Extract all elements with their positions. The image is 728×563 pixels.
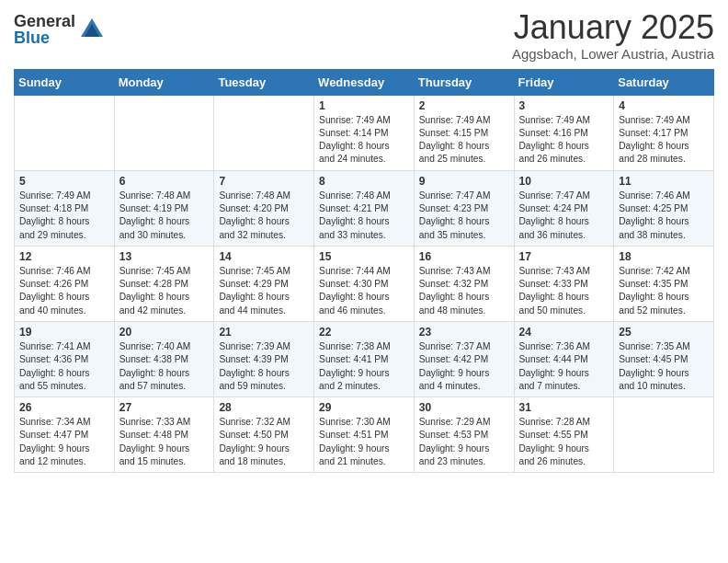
- day-info: Sunrise: 7:28 AM Sunset: 4:55 PM Dayligh…: [519, 416, 609, 468]
- logo: General Blue: [14, 13, 105, 46]
- day-info: Sunrise: 7:48 AM Sunset: 4:20 PM Dayligh…: [219, 190, 309, 242]
- table-row: 15Sunrise: 7:44 AM Sunset: 4:30 PM Dayli…: [314, 246, 415, 321]
- day-info: Sunrise: 7:47 AM Sunset: 4:24 PM Dayligh…: [519, 190, 609, 242]
- table-row: 12Sunrise: 7:46 AM Sunset: 4:26 PM Dayli…: [15, 246, 115, 321]
- table-row: 21Sunrise: 7:39 AM Sunset: 4:39 PM Dayli…: [214, 321, 314, 396]
- logo-text: General Blue: [14, 13, 75, 46]
- table-row: 8Sunrise: 7:48 AM Sunset: 4:21 PM Daylig…: [314, 170, 415, 246]
- header: General Blue January 2025 Aggsbach, Lowe…: [14, 9, 714, 62]
- day-info: Sunrise: 7:36 AM Sunset: 4:44 PM Dayligh…: [519, 340, 609, 393]
- calendar-table: Sunday Monday Tuesday Wednesday Thursday…: [14, 69, 714, 474]
- day-info: Sunrise: 7:49 AM Sunset: 4:14 PM Dayligh…: [319, 114, 409, 167]
- day-number: 28: [219, 401, 309, 414]
- day-info: Sunrise: 7:35 AM Sunset: 4:45 PM Dayligh…: [619, 340, 709, 393]
- day-info: Sunrise: 7:29 AM Sunset: 4:53 PM Dayligh…: [419, 416, 509, 468]
- day-number: 13: [119, 250, 210, 263]
- calendar-week-row: 12Sunrise: 7:46 AM Sunset: 4:26 PM Dayli…: [15, 246, 714, 321]
- day-info: Sunrise: 7:45 AM Sunset: 4:28 PM Dayligh…: [119, 265, 210, 317]
- day-info: Sunrise: 7:49 AM Sunset: 4:18 PM Dayligh…: [19, 190, 109, 242]
- day-number: 9: [419, 175, 509, 188]
- day-number: 17: [519, 250, 609, 263]
- day-number: 23: [419, 326, 509, 339]
- table-row: 9Sunrise: 7:47 AM Sunset: 4:23 PM Daylig…: [414, 170, 514, 246]
- day-info: Sunrise: 7:37 AM Sunset: 4:42 PM Dayligh…: [419, 340, 509, 393]
- day-number: 4: [619, 99, 709, 112]
- table-row: [114, 95, 214, 170]
- calendar-week-row: 26Sunrise: 7:34 AM Sunset: 4:47 PM Dayli…: [15, 397, 714, 473]
- day-number: 20: [119, 326, 210, 339]
- table-row: 6Sunrise: 7:48 AM Sunset: 4:19 PM Daylig…: [114, 170, 214, 246]
- day-info: Sunrise: 7:43 AM Sunset: 4:32 PM Dayligh…: [419, 265, 509, 317]
- day-info: Sunrise: 7:47 AM Sunset: 4:23 PM Dayligh…: [419, 190, 509, 242]
- table-row: 5Sunrise: 7:49 AM Sunset: 4:18 PM Daylig…: [15, 170, 115, 246]
- logo-icon: [79, 17, 105, 42]
- day-info: Sunrise: 7:44 AM Sunset: 4:30 PM Dayligh…: [319, 265, 409, 317]
- table-row: 30Sunrise: 7:29 AM Sunset: 4:53 PM Dayli…: [414, 397, 514, 473]
- header-sunday: Sunday: [15, 69, 115, 95]
- header-saturday: Saturday: [614, 69, 714, 95]
- header-friday: Friday: [514, 69, 614, 95]
- day-info: Sunrise: 7:49 AM Sunset: 4:16 PM Dayligh…: [519, 114, 609, 167]
- day-info: Sunrise: 7:46 AM Sunset: 4:25 PM Dayligh…: [619, 190, 709, 242]
- table-row: 18Sunrise: 7:42 AM Sunset: 4:35 PM Dayli…: [614, 246, 714, 321]
- day-number: 26: [19, 401, 109, 414]
- calendar-week-row: 5Sunrise: 7:49 AM Sunset: 4:18 PM Daylig…: [15, 170, 714, 246]
- calendar-week-row: 19Sunrise: 7:41 AM Sunset: 4:36 PM Dayli…: [15, 321, 714, 396]
- day-info: Sunrise: 7:39 AM Sunset: 4:39 PM Dayligh…: [219, 340, 309, 393]
- day-number: 31: [519, 401, 609, 414]
- day-number: 22: [319, 326, 409, 339]
- table-row: 28Sunrise: 7:32 AM Sunset: 4:50 PM Dayli…: [214, 397, 314, 473]
- day-info: Sunrise: 7:42 AM Sunset: 4:35 PM Dayligh…: [619, 265, 709, 317]
- header-thursday: Thursday: [414, 69, 514, 95]
- day-info: Sunrise: 7:48 AM Sunset: 4:21 PM Dayligh…: [319, 190, 409, 242]
- table-row: [614, 397, 714, 473]
- day-number: 14: [219, 250, 309, 263]
- table-row: 24Sunrise: 7:36 AM Sunset: 4:44 PM Dayli…: [514, 321, 614, 396]
- table-row: 4Sunrise: 7:49 AM Sunset: 4:17 PM Daylig…: [614, 95, 714, 170]
- table-row: 2Sunrise: 7:49 AM Sunset: 4:15 PM Daylig…: [414, 95, 514, 170]
- day-info: Sunrise: 7:48 AM Sunset: 4:19 PM Dayligh…: [119, 190, 210, 242]
- header-monday: Monday: [114, 69, 214, 95]
- day-info: Sunrise: 7:33 AM Sunset: 4:48 PM Dayligh…: [119, 416, 210, 468]
- day-number: 7: [219, 175, 309, 188]
- title-block: January 2025 Aggsbach, Lower Austria, Au…: [512, 9, 714, 62]
- table-row: 11Sunrise: 7:46 AM Sunset: 4:25 PM Dayli…: [614, 170, 714, 246]
- table-row: 19Sunrise: 7:41 AM Sunset: 4:36 PM Dayli…: [15, 321, 115, 396]
- table-row: 31Sunrise: 7:28 AM Sunset: 4:55 PM Dayli…: [514, 397, 614, 473]
- day-info: Sunrise: 7:30 AM Sunset: 4:51 PM Dayligh…: [319, 416, 409, 468]
- day-info: Sunrise: 7:38 AM Sunset: 4:41 PM Dayligh…: [319, 340, 409, 393]
- day-number: 6: [119, 175, 210, 188]
- day-number: 21: [219, 326, 309, 339]
- day-number: 27: [119, 401, 210, 414]
- day-number: 19: [19, 326, 109, 339]
- page-container: General Blue January 2025 Aggsbach, Lowe…: [0, 0, 728, 487]
- table-row: 22Sunrise: 7:38 AM Sunset: 4:41 PM Dayli…: [314, 321, 415, 396]
- weekday-header-row: Sunday Monday Tuesday Wednesday Thursday…: [15, 69, 714, 95]
- table-row: [15, 95, 115, 170]
- day-info: Sunrise: 7:46 AM Sunset: 4:26 PM Dayligh…: [19, 265, 109, 317]
- calendar-week-row: 1Sunrise: 7:49 AM Sunset: 4:14 PM Daylig…: [15, 95, 714, 170]
- table-row: 3Sunrise: 7:49 AM Sunset: 4:16 PM Daylig…: [514, 95, 614, 170]
- table-row: 17Sunrise: 7:43 AM Sunset: 4:33 PM Dayli…: [514, 246, 614, 321]
- day-number: 10: [519, 175, 609, 188]
- header-tuesday: Tuesday: [214, 69, 314, 95]
- day-number: 12: [19, 250, 109, 263]
- day-info: Sunrise: 7:40 AM Sunset: 4:38 PM Dayligh…: [119, 340, 210, 393]
- location-title: Aggsbach, Lower Austria, Austria: [512, 46, 714, 62]
- header-wednesday: Wednesday: [314, 69, 415, 95]
- day-number: 3: [519, 99, 609, 112]
- table-row: 1Sunrise: 7:49 AM Sunset: 4:14 PM Daylig…: [314, 95, 415, 170]
- day-info: Sunrise: 7:49 AM Sunset: 4:17 PM Dayligh…: [619, 114, 709, 167]
- day-number: 15: [319, 250, 409, 263]
- day-number: 16: [419, 250, 509, 263]
- table-row: 16Sunrise: 7:43 AM Sunset: 4:32 PM Dayli…: [414, 246, 514, 321]
- table-row: 14Sunrise: 7:45 AM Sunset: 4:29 PM Dayli…: [214, 246, 314, 321]
- table-row: 7Sunrise: 7:48 AM Sunset: 4:20 PM Daylig…: [214, 170, 314, 246]
- table-row: 23Sunrise: 7:37 AM Sunset: 4:42 PM Dayli…: [414, 321, 514, 396]
- table-row: 26Sunrise: 7:34 AM Sunset: 4:47 PM Dayli…: [15, 397, 115, 473]
- day-number: 2: [419, 99, 509, 112]
- day-number: 18: [619, 250, 709, 263]
- month-title: January 2025: [512, 9, 714, 46]
- day-info: Sunrise: 7:43 AM Sunset: 4:33 PM Dayligh…: [519, 265, 609, 317]
- day-number: 30: [419, 401, 509, 414]
